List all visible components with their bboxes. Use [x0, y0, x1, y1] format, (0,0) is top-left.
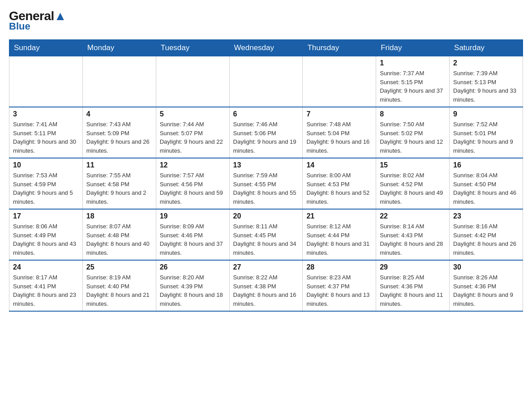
- calendar-cell: 27Sunrise: 8:22 AM Sunset: 4:38 PM Dayli…: [229, 260, 303, 311]
- day-number: 21: [306, 212, 372, 220]
- day-number: 22: [380, 212, 446, 220]
- calendar-cell: 13Sunrise: 7:59 AM Sunset: 4:55 PM Dayli…: [229, 158, 303, 209]
- day-info: Sunrise: 8:16 AM Sunset: 4:42 PM Dayligh…: [453, 222, 519, 257]
- calendar-cell: [9, 56, 83, 107]
- day-info: Sunrise: 8:09 AM Sunset: 4:46 PM Dayligh…: [160, 222, 226, 257]
- calendar-cell: 20Sunrise: 8:11 AM Sunset: 4:45 PM Dayli…: [229, 209, 303, 260]
- day-number: 25: [86, 263, 152, 271]
- calendar-cell: 2Sunrise: 7:39 AM Sunset: 5:13 PM Daylig…: [450, 56, 523, 107]
- day-info: Sunrise: 8:19 AM Sunset: 4:40 PM Dayligh…: [86, 273, 152, 308]
- day-info: Sunrise: 8:04 AM Sunset: 4:50 PM Dayligh…: [453, 171, 519, 206]
- calendar-cell: 19Sunrise: 8:09 AM Sunset: 4:46 PM Dayli…: [156, 209, 229, 260]
- day-number: 3: [13, 110, 79, 118]
- calendar-cell: 24Sunrise: 8:17 AM Sunset: 4:41 PM Dayli…: [9, 260, 83, 311]
- day-info: Sunrise: 8:25 AM Sunset: 4:36 PM Dayligh…: [380, 273, 446, 308]
- weekday-header-saturday: Saturday: [450, 40, 523, 56]
- day-number: 9: [453, 110, 519, 118]
- calendar-cell: 18Sunrise: 8:07 AM Sunset: 4:48 PM Dayli…: [82, 209, 156, 260]
- day-info: Sunrise: 8:11 AM Sunset: 4:45 PM Dayligh…: [233, 222, 299, 257]
- day-number: 27: [233, 263, 299, 271]
- calendar-cell: 28Sunrise: 8:23 AM Sunset: 4:37 PM Dayli…: [303, 260, 376, 311]
- day-number: 7: [306, 110, 372, 118]
- day-info: Sunrise: 8:26 AM Sunset: 4:36 PM Dayligh…: [453, 273, 519, 308]
- calendar-cell: 23Sunrise: 8:16 AM Sunset: 4:42 PM Dayli…: [450, 209, 523, 260]
- day-number: 11: [86, 161, 152, 169]
- day-number: 30: [453, 263, 519, 271]
- day-number: 26: [160, 263, 226, 271]
- calendar-cell: 17Sunrise: 8:06 AM Sunset: 4:49 PM Dayli…: [9, 209, 83, 260]
- day-number: 18: [86, 212, 152, 220]
- calendar-cell: 7Sunrise: 7:48 AM Sunset: 5:04 PM Daylig…: [303, 107, 376, 158]
- day-number: 6: [233, 110, 299, 118]
- calendar-cell: 21Sunrise: 8:12 AM Sunset: 4:44 PM Dayli…: [303, 209, 376, 260]
- calendar-cell: 25Sunrise: 8:19 AM Sunset: 4:40 PM Dayli…: [82, 260, 156, 311]
- calendar-cell: 6Sunrise: 7:46 AM Sunset: 5:06 PM Daylig…: [229, 107, 303, 158]
- day-number: 29: [380, 263, 446, 271]
- day-number: 12: [160, 161, 226, 169]
- calendar-cell: 22Sunrise: 8:14 AM Sunset: 4:43 PM Dayli…: [376, 209, 450, 260]
- calendar-cell: 8Sunrise: 7:50 AM Sunset: 5:02 PM Daylig…: [376, 107, 450, 158]
- calendar-week-row: 24Sunrise: 8:17 AM Sunset: 4:41 PM Dayli…: [9, 260, 523, 311]
- calendar-cell: [82, 56, 156, 107]
- day-info: Sunrise: 7:59 AM Sunset: 4:55 PM Dayligh…: [233, 171, 299, 206]
- day-info: Sunrise: 8:12 AM Sunset: 4:44 PM Dayligh…: [306, 222, 372, 257]
- day-info: Sunrise: 7:46 AM Sunset: 5:06 PM Dayligh…: [233, 120, 299, 155]
- day-number: 20: [233, 212, 299, 220]
- day-info: Sunrise: 8:07 AM Sunset: 4:48 PM Dayligh…: [86, 222, 152, 257]
- day-number: 19: [160, 212, 226, 220]
- day-info: Sunrise: 8:02 AM Sunset: 4:52 PM Dayligh…: [380, 171, 446, 206]
- weekday-header-thursday: Thursday: [303, 40, 376, 56]
- calendar-week-row: 3Sunrise: 7:41 AM Sunset: 5:11 PM Daylig…: [9, 107, 523, 158]
- day-info: Sunrise: 7:37 AM Sunset: 5:15 PM Dayligh…: [380, 69, 446, 104]
- calendar-week-row: 10Sunrise: 7:53 AM Sunset: 4:59 PM Dayli…: [9, 158, 523, 209]
- weekday-header-tuesday: Tuesday: [156, 40, 229, 56]
- day-info: Sunrise: 7:41 AM Sunset: 5:11 PM Dayligh…: [13, 120, 79, 155]
- calendar-week-row: 17Sunrise: 8:06 AM Sunset: 4:49 PM Dayli…: [9, 209, 523, 260]
- logo-triangle-icon: ▲: [54, 9, 66, 23]
- logo-blue-text: Blue: [9, 21, 30, 32]
- calendar-cell: 16Sunrise: 8:04 AM Sunset: 4:50 PM Dayli…: [450, 158, 523, 209]
- day-info: Sunrise: 7:44 AM Sunset: 5:07 PM Dayligh…: [160, 120, 226, 155]
- calendar-week-row: 1Sunrise: 7:37 AM Sunset: 5:15 PM Daylig…: [9, 56, 523, 107]
- day-number: 2: [453, 59, 519, 67]
- calendar-cell: 29Sunrise: 8:25 AM Sunset: 4:36 PM Dayli…: [376, 260, 450, 311]
- calendar-cell: 11Sunrise: 7:55 AM Sunset: 4:58 PM Dayli…: [82, 158, 156, 209]
- weekday-header-wednesday: Wednesday: [229, 40, 303, 56]
- day-number: 16: [453, 161, 519, 169]
- day-number: 13: [233, 161, 299, 169]
- weekday-header-row: SundayMondayTuesdayWednesdayThursdayFrid…: [9, 40, 523, 56]
- day-info: Sunrise: 8:23 AM Sunset: 4:37 PM Dayligh…: [306, 273, 372, 308]
- day-info: Sunrise: 7:55 AM Sunset: 4:58 PM Dayligh…: [86, 171, 152, 206]
- weekday-header-sunday: Sunday: [9, 40, 83, 56]
- day-info: Sunrise: 7:53 AM Sunset: 4:59 PM Dayligh…: [13, 171, 79, 206]
- day-info: Sunrise: 7:57 AM Sunset: 4:56 PM Dayligh…: [160, 171, 226, 206]
- calendar-cell: [229, 56, 303, 107]
- day-number: 24: [13, 263, 79, 271]
- calendar-cell: 10Sunrise: 7:53 AM Sunset: 4:59 PM Dayli…: [9, 158, 83, 209]
- day-number: 14: [306, 161, 372, 169]
- day-info: Sunrise: 8:00 AM Sunset: 4:53 PM Dayligh…: [306, 171, 372, 206]
- calendar-cell: 1Sunrise: 7:37 AM Sunset: 5:15 PM Daylig…: [376, 56, 450, 107]
- calendar-cell: 14Sunrise: 8:00 AM Sunset: 4:53 PM Dayli…: [303, 158, 376, 209]
- calendar-cell: 5Sunrise: 7:44 AM Sunset: 5:07 PM Daylig…: [156, 107, 229, 158]
- page-header: General▲ Blue: [9, 9, 523, 32]
- logo: General▲ Blue: [9, 9, 66, 32]
- day-number: 28: [306, 263, 372, 271]
- day-number: 4: [86, 110, 152, 118]
- calendar-cell: 3Sunrise: 7:41 AM Sunset: 5:11 PM Daylig…: [9, 107, 83, 158]
- calendar-cell: [156, 56, 229, 107]
- day-number: 23: [453, 212, 519, 220]
- day-info: Sunrise: 7:52 AM Sunset: 5:01 PM Dayligh…: [453, 120, 519, 155]
- day-number: 1: [380, 59, 446, 67]
- calendar-cell: 30Sunrise: 8:26 AM Sunset: 4:36 PM Dayli…: [450, 260, 523, 311]
- day-info: Sunrise: 8:22 AM Sunset: 4:38 PM Dayligh…: [233, 273, 299, 308]
- day-info: Sunrise: 8:14 AM Sunset: 4:43 PM Dayligh…: [380, 222, 446, 257]
- weekday-header-monday: Monday: [82, 40, 156, 56]
- calendar-cell: 26Sunrise: 8:20 AM Sunset: 4:39 PM Dayli…: [156, 260, 229, 311]
- day-info: Sunrise: 8:06 AM Sunset: 4:49 PM Dayligh…: [13, 222, 79, 257]
- calendar-cell: [303, 56, 376, 107]
- day-info: Sunrise: 8:17 AM Sunset: 4:41 PM Dayligh…: [13, 273, 79, 308]
- day-number: 8: [380, 110, 446, 118]
- day-info: Sunrise: 7:48 AM Sunset: 5:04 PM Dayligh…: [306, 120, 372, 155]
- day-info: Sunrise: 8:20 AM Sunset: 4:39 PM Dayligh…: [160, 273, 226, 308]
